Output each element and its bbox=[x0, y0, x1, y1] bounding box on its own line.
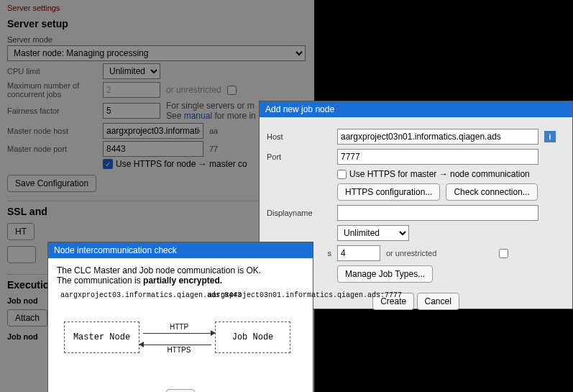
fairness-input[interactable] bbox=[103, 103, 160, 119]
https-button[interactable]: HT bbox=[7, 223, 35, 240]
manual-link[interactable]: manual bbox=[184, 111, 212, 121]
limit-select[interactable]: Unlimited bbox=[337, 225, 409, 241]
concurrent-label: Maximum number of concurrent jobs bbox=[7, 81, 97, 99]
cancel-button[interactable]: Cancel bbox=[417, 293, 459, 310]
cpu-limit-select[interactable]: Unlimited bbox=[103, 63, 160, 79]
https-config-button[interactable]: HTTPS configuration... bbox=[337, 183, 440, 201]
manage-job-types-button[interactable]: Manage Job Types... bbox=[337, 265, 433, 283]
port-input[interactable] bbox=[337, 149, 538, 165]
ok-button[interactable]: OK bbox=[166, 389, 194, 392]
jobs-input[interactable] bbox=[337, 245, 380, 261]
page-title: Server setup bbox=[7, 18, 307, 29]
cpu-limit-label: CPU limit bbox=[7, 67, 97, 76]
concurrent-input[interactable] bbox=[103, 82, 160, 98]
displayname-label: Displayname bbox=[267, 209, 331, 217]
fairness-hint: For single servers or mSee manual for mo… bbox=[166, 101, 256, 121]
check-message-2: The communication is partially encrypted… bbox=[57, 275, 304, 286]
jobs-unrestricted-checkbox[interactable] bbox=[442, 249, 565, 258]
master-address: aargxproject03.informatics.qiagen.ads:84… bbox=[60, 291, 161, 299]
attach-button[interactable]: Attach bbox=[7, 309, 47, 327]
check-message-1: The CLC Master and Job node communicatio… bbox=[57, 265, 304, 275]
protocol-https: HTTPS bbox=[147, 346, 211, 354]
check-dialog-title: Node intercommunication check bbox=[48, 242, 313, 258]
host-label: Host bbox=[267, 132, 331, 141]
info-icon[interactable]: i bbox=[544, 131, 556, 142]
master-host-label: Master node host bbox=[7, 127, 97, 135]
use-https-checkbox[interactable]: Use HTTPS for master → node communicatio… bbox=[337, 169, 530, 179]
master-host-input[interactable] bbox=[103, 123, 203, 139]
displayname-input[interactable] bbox=[337, 205, 538, 221]
check-connection-button[interactable]: Check connection... bbox=[446, 183, 537, 201]
save-config-button[interactable]: Save Configuration bbox=[7, 175, 96, 192]
port-label: Port bbox=[267, 152, 331, 161]
master-port-suffix: 77 bbox=[209, 145, 218, 153]
concurrent-hint: or unrestricted bbox=[166, 85, 221, 95]
server-mode-label: Server mode bbox=[7, 35, 307, 44]
master-host-suffix: aa bbox=[209, 127, 218, 135]
node-check-dialog: Node intercommunication check The CLC Ma… bbox=[47, 242, 313, 392]
concurrent-unrestricted-checkbox[interactable] bbox=[227, 86, 237, 95]
breadcrumb: Server settings bbox=[7, 4, 307, 12]
master-port-input[interactable] bbox=[103, 141, 203, 157]
dialog-title: Add new job node bbox=[260, 101, 572, 117]
job-address: aargxproject03n01.informatics.qiagen.ads… bbox=[208, 291, 308, 299]
master-node-box: Master Node bbox=[64, 322, 139, 353]
use-https-bg-checkbox[interactable]: ✓Use HTTPS for node → master co bbox=[103, 159, 247, 169]
protocol-http: HTTP bbox=[147, 323, 211, 331]
blank-button[interactable] bbox=[7, 246, 36, 263]
master-port-label: Master node port bbox=[7, 145, 97, 153]
server-mode-select[interactable]: Master node: Managing processing bbox=[7, 45, 306, 61]
check-icon: ✓ bbox=[103, 159, 113, 169]
fairness-label: Fairness factor bbox=[7, 106, 97, 115]
jobs-hint: or unrestricted bbox=[386, 249, 436, 257]
communication-diagram: aargxproject03.informatics.qiagen.ads:84… bbox=[57, 291, 304, 385]
job-node-box: Job Node bbox=[215, 322, 290, 353]
host-input[interactable] bbox=[337, 129, 538, 145]
